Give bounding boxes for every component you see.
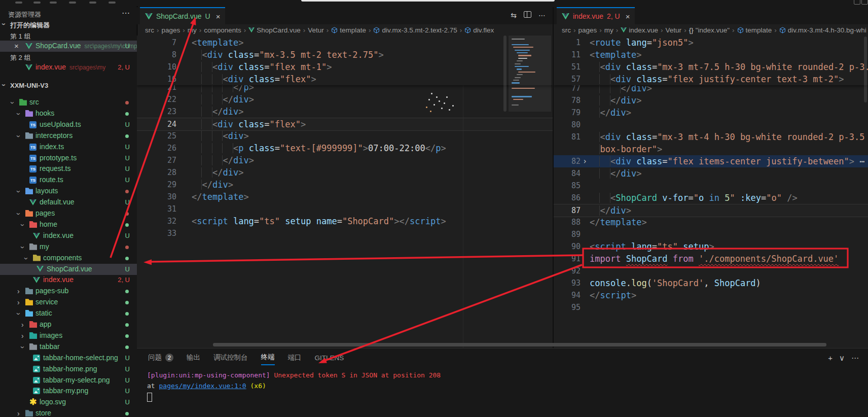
tree-item[interactable]: TSroute.tsU [0, 175, 137, 186]
open-editors-header[interactable]: › 打开的编辑器 [0, 19, 137, 30]
breadcrumb-item[interactable]: index.vue [621, 26, 658, 34]
code-token: ShopCard [616, 193, 657, 203]
tree-item[interactable]: ›app [0, 319, 137, 330]
editor-body[interactable]: 77 </div>78 </div>79 </div>8081 <div cla… [554, 36, 868, 348]
tree-item[interactable]: ›layouts [0, 186, 137, 197]
breadcrumb-item[interactable]: div.mx-3.5.mt-2.text-2.75 [373, 26, 457, 34]
minimap[interactable] [509, 36, 551, 348]
editor-scrollbar[interactable] [503, 36, 507, 112]
breadcrumb-item[interactable]: template [737, 26, 772, 34]
chevron-right-icon[interactable]: › [21, 321, 24, 328]
chevron-down-icon[interactable]: › [15, 213, 22, 215]
editor-tab[interactable]: index.vue2, U× [557, 7, 635, 24]
panel-tab-问题[interactable]: 问题2 [148, 353, 173, 365]
tree-item[interactable]: ›interceptors [0, 130, 137, 142]
tree-item-label: request.ts [40, 164, 70, 172]
tree-item[interactable]: ›hooks [0, 108, 137, 119]
tree-item[interactable]: tabbar-home-select.pngU [0, 353, 137, 364]
tree-item[interactable]: ›pages [0, 208, 137, 219]
git-compare-icon[interactable]: ⇆ [511, 11, 517, 19]
chevron-down-icon[interactable]: › [15, 312, 22, 315]
tree-item[interactable]: ›home [0, 219, 137, 230]
editor-body[interactable]: 21 </p>22 </div>23 </div>24 <div class="… [137, 36, 553, 348]
chevron-down-icon[interactable]: › [19, 346, 26, 349]
tree-item[interactable]: tabbar-my.pngU [0, 386, 137, 397]
tree-item[interactable]: index.vueU [0, 230, 137, 241]
chevron-down-icon[interactable]: › [15, 135, 22, 137]
tree-item[interactable]: ›my [0, 241, 137, 253]
panel-tab-调试控制台[interactable]: 调试控制台 [213, 353, 248, 365]
line-number: 22 [137, 93, 176, 106]
terminal-dropdown-icon[interactable]: ∨ [839, 354, 845, 363]
breadcrumb-item[interactable]: Vetur [666, 26, 682, 34]
breadcrumb-separator: › [599, 26, 602, 34]
chevron-right-icon[interactable]: › [17, 288, 20, 295]
split-editor-icon[interactable] [524, 11, 531, 18]
breadcrumb-text: pages [162, 26, 180, 34]
chevron-down-icon[interactable]: › [19, 246, 26, 249]
breadcrumb-item[interactable]: src [145, 26, 154, 34]
breadcrumb-item[interactable]: div.mx-3.mt-4.h-30.bg-whi [779, 26, 866, 34]
tree-item[interactable]: ›pages-sub [0, 286, 137, 297]
new-terminal-icon[interactable]: + [828, 354, 833, 363]
tree-item[interactable]: ›src [0, 97, 137, 108]
tree-item[interactable]: TSprototype.tsU [0, 153, 137, 164]
project-root-header[interactable]: › XXM-UNI-V3 [0, 80, 137, 91]
command-center[interactable] [301, 0, 555, 2]
more-icon[interactable]: ⋯ [851, 354, 859, 363]
panel-tab-终端[interactable]: 终端 [261, 353, 275, 365]
tree-item[interactable]: ›service [0, 297, 137, 308]
editor-tab[interactable]: ShopCard.vueU× [140, 7, 225, 24]
tree-item[interactable]: ›static [0, 308, 137, 319]
breadcrumb-item[interactable]: components [204, 26, 241, 34]
breadcrumb-item[interactable]: pages [578, 26, 597, 34]
chevron-right-icon[interactable]: › [21, 332, 24, 339]
fold-chevron-icon[interactable]: › [583, 155, 587, 167]
chevron-right-icon[interactable]: › [17, 299, 20, 306]
chevron-down-icon[interactable]: › [19, 224, 26, 226]
panel-toggle-icon[interactable] [861, 0, 868, 5]
chevron-down-icon[interactable]: › [23, 257, 30, 260]
chevron-right-icon[interactable]: › [17, 410, 20, 417]
breadcrumb-item[interactable]: {}"index.vue" [689, 26, 730, 34]
layout-toggle-icon[interactable] [854, 0, 860, 5]
panel-tab-端口[interactable]: 端口 [288, 353, 302, 365]
open-editor-item[interactable]: ×ShopCard.vuesrc\pages\my\comp...U [0, 41, 137, 52]
terminal-output[interactable]: [plugin:uni:mp-using-component] Unexpect… [147, 370, 441, 402]
tree-item[interactable]: ›tabbar [0, 341, 137, 353]
breadcrumb-item[interactable]: my [188, 26, 197, 34]
breadcrumb-item[interactable]: my [604, 26, 613, 34]
tree-item[interactable]: index.vue2, U [0, 274, 137, 286]
breadcrumb-item[interactable]: template [331, 26, 366, 34]
tree-item[interactable]: tabbar-my-select.pngU [0, 375, 137, 386]
panel-tab-输出[interactable]: 输出 [187, 353, 200, 365]
tree-item[interactable]: default.vueU [0, 197, 137, 208]
tree-item[interactable]: TSuseUpload.tsU [0, 119, 137, 130]
terminal-file-link[interactable]: pages/my/index.vue:1:0 [159, 382, 246, 390]
breadcrumb-item[interactable]: src [562, 26, 571, 34]
breadcrumb-item[interactable]: Vetur [308, 26, 324, 34]
sidebar-more-icon[interactable]: ⋯ [122, 8, 130, 18]
tree-item[interactable]: TSrequest.tsU [0, 163, 137, 175]
tree-item[interactable]: ›images [0, 330, 137, 341]
tree-item[interactable]: ›components [0, 253, 137, 264]
more-icon[interactable]: ⋯ [538, 11, 546, 19]
panel-sash-handle[interactable] [213, 343, 826, 346]
breadcrumb-item[interactable]: div.flex [464, 26, 494, 34]
close-editor-icon[interactable]: × [14, 42, 19, 50]
tree-item[interactable]: ›store [0, 408, 137, 417]
tree-item[interactable]: tabbar-home.pngU [0, 364, 137, 375]
breadcrumb-item[interactable]: ShopCard.vue [248, 26, 300, 34]
breadcrumb-item[interactable]: pages [162, 26, 180, 34]
open-editor-item[interactable]: index.vuesrc\pages\my2, U [0, 62, 137, 73]
chevron-down-icon[interactable]: › [9, 101, 16, 104]
tree-item[interactable]: ShopCard.vueU [0, 264, 137, 275]
editor-scrollbar[interactable] [864, 37, 867, 102]
panel-tab-GITLENS[interactable]: GITLENS [315, 354, 344, 364]
tree-item[interactable]: TSindex.tsU [0, 142, 137, 153]
tree-item[interactable]: ✱logo.svgU [0, 397, 137, 408]
chevron-down-icon[interactable]: › [15, 190, 22, 193]
tab-close-icon[interactable]: × [626, 12, 630, 21]
chevron-down-icon[interactable]: › [15, 113, 22, 115]
tab-close-icon[interactable]: × [216, 12, 221, 21]
